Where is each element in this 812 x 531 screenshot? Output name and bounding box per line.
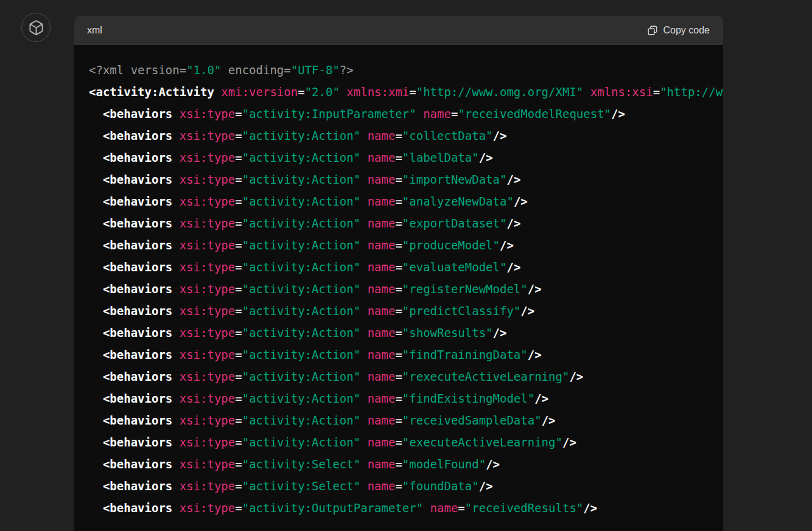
code-token-plain: = [395, 436, 402, 449]
code-token-plain [172, 348, 179, 361]
code-token-tag: /> [520, 304, 534, 318]
code-token-attr: name [368, 348, 396, 361]
code-token-plain [360, 129, 367, 142]
code-token-plain [172, 260, 179, 274]
code-language-label: xml [87, 25, 102, 36]
code-token-attr: xsi:type [180, 195, 236, 208]
code-token-plain [214, 85, 221, 99]
code-token-attr: name [368, 195, 396, 208]
code-token-plain [423, 501, 430, 515]
code-token-attr: xsi:type [180, 414, 236, 427]
code-token-plain [172, 392, 179, 405]
code-token-attr: xsi:type [180, 129, 236, 142]
code-content: <?xml version="1.0" encoding="UTF-8"?><a… [74, 45, 723, 531]
code-token-plain [360, 479, 367, 493]
code-token-plain [89, 414, 103, 427]
code-token-string: "activity:Action" [242, 348, 360, 361]
code-token-string: "activity:Action" [242, 217, 360, 230]
code-token-attr: xsi:type [180, 151, 236, 164]
copy-icon [647, 25, 658, 36]
code-line: <behaviors xsi:type="activity:Action" na… [89, 366, 709, 387]
code-token-plain: = [235, 501, 242, 515]
code-token-tag: <activity:Activity [89, 85, 214, 99]
code-token-plain [172, 129, 179, 142]
code-token-tag: /> [486, 457, 500, 471]
code-token-plain: = [235, 107, 242, 120]
code-token-string: "receivedSampleData" [402, 414, 542, 427]
code-token-plain [360, 370, 367, 383]
code-token-tag: /> [506, 260, 520, 274]
code-token-plain [172, 217, 179, 230]
code-token-attr: name [430, 501, 458, 515]
code-token-string: "activity:Action" [242, 195, 360, 208]
code-token-attr: name [368, 436, 396, 449]
code-token-plain [172, 151, 179, 164]
code-token-attr: name [368, 238, 396, 252]
code-token-plain: = [395, 129, 402, 142]
code-token-attr: xsi:type [180, 238, 236, 252]
code-line: <behaviors xsi:type="activity:Action" na… [89, 147, 709, 168]
assistant-avatar [21, 13, 51, 42]
code-token-attr: xsi:type [180, 392, 236, 405]
code-token-plain [360, 457, 367, 471]
code-token-plain [360, 260, 367, 274]
code-token-tag: /> [479, 151, 493, 164]
code-line: <behaviors xsi:type="activity:Action" na… [89, 431, 709, 453]
code-token-attr: name [368, 326, 396, 339]
code-token-plain [360, 217, 367, 230]
code-line: <behaviors xsi:type="activity:Action" na… [89, 387, 709, 409]
code-token-plain: = [235, 370, 242, 383]
code-token-plain [89, 501, 103, 515]
code-token-plain [172, 195, 179, 208]
code-token-plain: = [235, 326, 242, 339]
code-token-tag: <behaviors [103, 238, 172, 252]
code-token-attr: name [423, 107, 451, 120]
code-line: <behaviors xsi:type="activity:Action" na… [89, 125, 709, 147]
code-token-plain: = [235, 217, 242, 230]
code-token-attr: xsi:type [180, 348, 236, 361]
code-token-string: "exportDataset" [402, 217, 507, 230]
code-token-attr: xmlns:xmi [346, 85, 409, 99]
code-token-plain: = [235, 129, 242, 142]
code-token-plain [172, 479, 179, 493]
code-token-plain: = [395, 348, 402, 361]
code-token-string: "activity:Action" [242, 260, 360, 274]
code-token-plain [416, 107, 423, 120]
code-token-attr: xsi:type [180, 282, 236, 296]
code-token-attr: xmlns:xsi [590, 85, 653, 99]
code-token-tag: /> [514, 195, 528, 208]
code-token-string: "http://www.w3.org/2001/XMLSchema-instan… [660, 85, 723, 99]
code-line: <behaviors xsi:type="activity:InputParam… [89, 103, 709, 125]
code-token-string: "executeActiveLearning" [402, 436, 562, 449]
code-token-tag: <behaviors [103, 173, 172, 186]
code-token-attr: xsi:type [180, 107, 236, 120]
code-token-plain [360, 238, 367, 252]
code-token-plain [360, 151, 367, 164]
code-token-attr: name [368, 392, 396, 405]
code-block-header: xml Copy code [74, 16, 723, 45]
code-token-tag: <behaviors [103, 370, 172, 383]
code-token-plain: = [235, 392, 242, 405]
code-token-plain [172, 238, 179, 252]
code-token-string: "2.0" [305, 85, 340, 99]
code-line: <behaviors xsi:type="activity:Action" na… [89, 168, 709, 190]
code-token-attr: xmi:version [221, 85, 298, 99]
copy-code-button[interactable]: Copy code [647, 25, 710, 36]
code-token-tag: /> [500, 238, 514, 252]
code-line: <behaviors xsi:type="activity:Action" na… [89, 190, 709, 212]
code-token-tag: /> [534, 392, 548, 405]
code-token-plain: = [395, 392, 402, 405]
code-token-plain [89, 129, 103, 142]
code-token-plain [89, 436, 103, 449]
code-token-string: "findTrainingData" [402, 348, 528, 361]
code-token-string: "activity:Action" [242, 238, 360, 252]
code-line: <behaviors xsi:type="activity:Action" na… [89, 322, 709, 344]
code-token-plain [89, 107, 103, 120]
code-token-attr: xsi:type [180, 304, 236, 318]
code-token-attr: name [368, 282, 396, 296]
code-token-string: "receivedModelRequest" [458, 107, 611, 120]
code-token-plain [340, 85, 346, 99]
code-token-attr: name [368, 479, 396, 493]
code-token-tag: <behaviors [103, 392, 172, 405]
code-token-string: "registerNewModel" [402, 282, 528, 296]
